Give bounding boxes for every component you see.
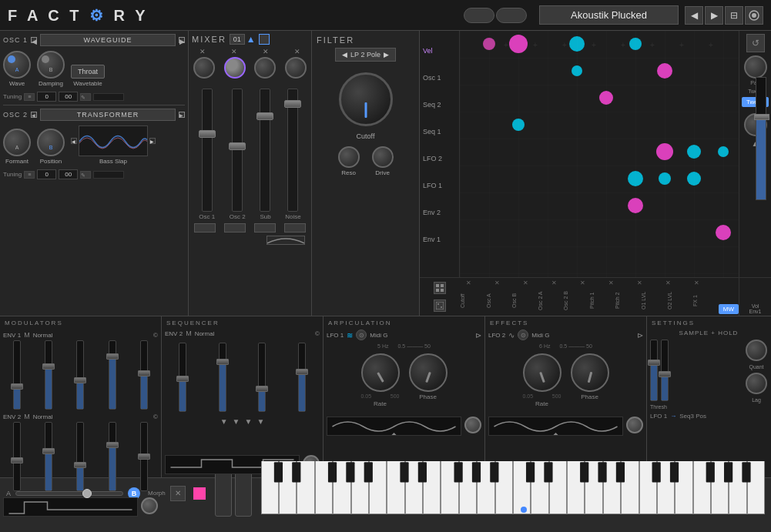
col-label-mw[interactable]: MW xyxy=(719,304,739,314)
osc2-prev-btn[interactable]: ◀ xyxy=(31,112,37,118)
seq-fader4[interactable] xyxy=(298,343,306,412)
white-key-f4[interactable] xyxy=(441,461,458,514)
white-key-d4[interactable] xyxy=(405,461,423,514)
env2-morph-icon[interactable]: M xyxy=(24,413,30,420)
seq-fader4-thumb[interactable] xyxy=(296,369,308,375)
mixer-fader2-track[interactable] xyxy=(232,89,243,212)
lfo1-clock-btn[interactable]: ⊙ xyxy=(356,330,367,340)
morph-thumb[interactable] xyxy=(82,489,92,498)
white-key-b5[interactable] xyxy=(621,461,639,514)
white-key-g4[interactable] xyxy=(459,461,477,514)
mixer-x1[interactable]: ✕ xyxy=(199,48,206,55)
mixer-pad4[interactable] xyxy=(284,223,306,233)
save-preset-btn[interactable]: ⊟ xyxy=(725,6,743,25)
lfo1-rate-knob[interactable] xyxy=(361,353,400,392)
col-x6[interactable]: ✕ xyxy=(608,279,614,286)
white-key-c4[interactable] xyxy=(387,461,404,514)
lfo1-output-knob[interactable] xyxy=(464,417,481,433)
env1-fader3[interactable] xyxy=(76,340,84,410)
mixer-fader1-track[interactable] xyxy=(202,89,213,212)
mixer-x4[interactable]: ✕ xyxy=(294,48,300,55)
env1-fader4[interactable] xyxy=(109,340,116,410)
seq-fader2[interactable] xyxy=(219,343,226,412)
menu-btn[interactable] xyxy=(745,6,763,25)
mixer-add-btn[interactable] xyxy=(259,34,270,45)
mixer-pad2[interactable] xyxy=(224,223,246,233)
white-key-a5[interactable] xyxy=(603,461,621,514)
curve-next-btn[interactable] xyxy=(496,8,527,23)
filter-cutoff-knob[interactable] xyxy=(339,72,393,126)
mixer-curve-btn[interactable] xyxy=(266,236,305,245)
pink-record-btn[interactable] xyxy=(193,487,206,500)
white-key-c3[interactable] xyxy=(261,461,279,514)
seq-down-arrow2[interactable]: ▼ xyxy=(233,417,240,426)
env1-copy-icon[interactable]: © xyxy=(153,332,158,339)
white-key-d6[interactable] xyxy=(657,461,675,514)
col-x4[interactable]: ✕ xyxy=(551,279,557,286)
env1-fader1[interactable] xyxy=(13,340,21,410)
env2-fader5[interactable] xyxy=(140,422,148,491)
mixer-fader1-thumb[interactable] xyxy=(199,130,216,138)
env2-fader1[interactable] xyxy=(13,422,21,491)
seq-fader1[interactable] xyxy=(179,343,186,412)
col-x2[interactable]: ✕ xyxy=(494,279,500,286)
white-key-e3[interactable] xyxy=(297,461,314,514)
pink-square-btn[interactable] xyxy=(193,487,206,500)
osc2-tuning-mode[interactable]: ≡ xyxy=(24,171,35,179)
settings-fader2[interactable] xyxy=(661,340,669,401)
osc1-prev-btn[interactable]: ◀ xyxy=(31,37,37,43)
osc2-wave-next-btn[interactable]: ▶ xyxy=(149,138,156,144)
curve-prev-btn[interactable] xyxy=(464,8,494,23)
seq-fader3-thumb[interactable] xyxy=(256,386,268,392)
osc1-tuning-mode[interactable]: ≡ xyxy=(24,93,35,101)
seq-fader2-thumb[interactable] xyxy=(216,359,229,365)
osc2-type-select[interactable]: Transformer xyxy=(40,109,176,121)
mixer-knob4[interactable] xyxy=(285,57,307,79)
white-key-b6[interactable] xyxy=(747,461,765,514)
throat-btn[interactable]: Throat xyxy=(71,65,105,79)
mixer-x2[interactable]: ✕ xyxy=(231,48,237,55)
osc2-tuning-fine[interactable] xyxy=(59,169,78,179)
env2-fader3[interactable] xyxy=(76,422,84,491)
col-x9[interactable]: ✕ xyxy=(694,279,699,286)
lfo2-clock-btn[interactable]: ⊙ xyxy=(518,330,528,340)
settings-fader1[interactable] xyxy=(650,340,658,401)
white-key-c6[interactable] xyxy=(639,461,657,514)
lfo1-phase-knob[interactable] xyxy=(409,353,448,392)
col-x8[interactable]: ✕ xyxy=(665,279,671,286)
osc1-tuning-fine[interactable] xyxy=(59,92,78,102)
mod-knob[interactable] xyxy=(141,497,158,514)
env1-fader4-thumb[interactable] xyxy=(106,353,119,360)
filter-reso-knob[interactable] xyxy=(338,146,360,168)
lfo2-output-knob[interactable] xyxy=(626,417,643,433)
white-key-a3[interactable] xyxy=(351,461,369,514)
settings-lag-knob[interactable] xyxy=(746,373,767,394)
lfo2-trigger-btn[interactable]: ⊳ xyxy=(637,331,643,340)
osc1-type-select[interactable]: Waveguide xyxy=(40,34,176,46)
matrix-pan-knob[interactable] xyxy=(744,55,767,79)
seq-fader3[interactable] xyxy=(258,343,266,412)
env1-fader2[interactable] xyxy=(45,340,52,410)
osc2-tuning-coarse[interactable] xyxy=(37,169,56,179)
seq-down-arrow4[interactable]: ▼ xyxy=(256,417,264,426)
col-x7[interactable]: ✕ xyxy=(637,279,642,286)
env1-fader5[interactable] xyxy=(140,340,148,410)
mixer-knob3[interactable] xyxy=(254,57,276,79)
white-key-b4[interactable] xyxy=(495,461,513,514)
env1-morph-icon[interactable]: M xyxy=(24,331,30,339)
seq-down-arrow1[interactable]: ▼ xyxy=(220,417,228,426)
seq-down-arrow3[interactable]: ▼ xyxy=(245,417,253,426)
osc1-tuning-coarse[interactable] xyxy=(37,92,56,102)
env2-fader1-thumb[interactable] xyxy=(11,457,23,463)
osc1-tuning-pencil[interactable]: ✎ xyxy=(80,93,91,101)
settings-fader2-thumb[interactable] xyxy=(659,371,671,377)
white-key-g6[interactable] xyxy=(711,461,729,514)
env2-fader2[interactable] xyxy=(45,422,52,491)
osc1-next-btn[interactable]: ▶ xyxy=(179,37,185,43)
mixer-fader4-thumb[interactable] xyxy=(284,100,301,108)
settings-fader1-thumb[interactable] xyxy=(648,360,660,366)
env2-fader4-thumb[interactable] xyxy=(106,442,119,448)
env1-fader3-thumb[interactable] xyxy=(74,377,86,383)
env2-copy-icon[interactable]: © xyxy=(153,413,158,420)
matrix-dice-icon[interactable] xyxy=(434,299,446,312)
